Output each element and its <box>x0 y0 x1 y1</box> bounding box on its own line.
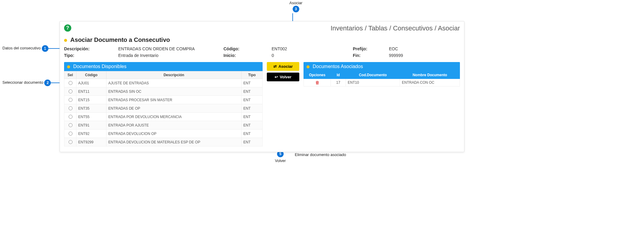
associated-th-cod: Cod.Documento <box>346 71 400 79</box>
fin-label: Fin: <box>353 53 389 58</box>
available-header: Documentos Disponibles <box>64 62 263 71</box>
asociar-button[interactable]: ⇄ Asociar <box>267 62 299 71</box>
table-row: AJU01AJUSTE DE ENTRADASENT <box>64 79 263 87</box>
row-descripcion: ENTRADAS DE OP <box>106 104 242 113</box>
select-radio[interactable] <box>69 81 72 85</box>
descripcion-label: Descripción: <box>64 46 118 51</box>
page-title-text: Asociar Documento a Consecutivo <box>70 36 170 43</box>
annotation-3-marker: 3 <box>293 6 299 12</box>
associated-th-id: Id <box>331 71 346 79</box>
select-radio[interactable] <box>69 140 72 144</box>
row-descripcion: AJUSTE DE ENTRADAS <box>106 79 242 87</box>
table-row: ENT92ENTRADA DEVOLUCION OPENT <box>64 130 263 138</box>
associated-title: Documentos Asociados <box>313 64 363 69</box>
volver-button[interactable]: ↩ Volver <box>267 73 299 81</box>
associated-header: Documentos Asociados <box>304 62 460 71</box>
available-table: Sel Código Descripción Tipo AJU01AJUSTE … <box>64 71 263 146</box>
available-title: Documentos Disponibles <box>73 64 126 69</box>
row-descripcion: ENTRADA DEVOLUCION DE MATERIALES ESP DE … <box>106 138 242 146</box>
row-cod: ENT10 <box>346 79 400 86</box>
consecutivo-details: Descripción: ENTRADAS CON ORDEN DE COMPR… <box>64 46 460 58</box>
select-radio[interactable] <box>69 132 72 136</box>
tipo-label: Tipo: <box>64 53 118 58</box>
help-icon[interactable]: ? <box>64 24 71 32</box>
table-row: ENT91ENTRADA POR AJUSTEENT <box>64 121 263 130</box>
annotation-2: Seleccionar documento 2 <box>2 80 51 86</box>
select-radio[interactable] <box>69 123 72 127</box>
asociar-button-label: Asociar <box>279 64 293 69</box>
row-descripcion: ENTRADA POR AJUSTE <box>106 121 242 130</box>
available-bullet-icon <box>67 65 70 68</box>
page-title: Asociar Documento a Consecutivo <box>64 36 460 43</box>
trash-icon[interactable]: 🗑 <box>315 80 319 85</box>
row-tipo: ENT <box>242 121 263 130</box>
table-row: ENT9299ENTRADA DEVOLUCION DE MATERIALES … <box>64 138 263 146</box>
row-codigo: ENT9299 <box>76 138 106 146</box>
row-codigo: ENT11 <box>76 87 106 96</box>
annotation-3: Asociar 3 <box>289 1 302 12</box>
inicio-value: 0 <box>272 53 353 58</box>
breadcrumb: Inventarios / Tablas / Consecutivos / As… <box>331 24 460 32</box>
annotation-1: Datos del consecutivo 1 <box>2 45 48 52</box>
available-th-codigo: Código <box>76 71 106 79</box>
row-codigo: ENT35 <box>76 104 106 113</box>
action-buttons: ⇄ Asociar ↩ Volver <box>267 62 299 81</box>
row-nombre: ENTRADA CON OC <box>400 79 460 86</box>
row-tipo: ENT <box>242 104 263 113</box>
table-row: ENT35ENTRADAS DE OPENT <box>64 104 263 113</box>
annotation-4-text: Eliminar documento asociado <box>295 152 346 157</box>
table-row: ENT15ENTRADAS PROCESAR SIN MASTERENT <box>64 96 263 104</box>
swap-icon: ⇄ <box>273 64 277 69</box>
annotation-1-text: Datos del consecutivo <box>2 46 41 50</box>
volver-button-label: Volver <box>280 75 291 79</box>
row-codigo: ENT92 <box>76 130 106 138</box>
table-row: ENT11ENTRADAS SIN OCENT <box>64 87 263 96</box>
row-descripcion: ENTRADAS PROCESAR SIN MASTER <box>106 96 242 104</box>
row-tipo: ENT <box>242 96 263 104</box>
row-codigo: ENT91 <box>76 121 106 130</box>
annotation-5-text: Volver <box>275 158 286 163</box>
row-descripcion: ENTRADAS SIN OC <box>106 87 242 96</box>
associated-th-opciones: Opciones <box>304 71 331 79</box>
annotation-2-text: Seleccionar documento <box>2 80 43 85</box>
associated-th-nombre: Nombre Documento <box>400 71 460 79</box>
table-row: 🗑17ENT10ENTRADA CON OC <box>304 79 460 86</box>
select-radio[interactable] <box>69 106 72 110</box>
row-codigo: ENT15 <box>76 96 106 104</box>
back-arrow-icon: ↩ <box>275 75 278 79</box>
prefijo-label: Prefijo: <box>353 46 389 51</box>
available-th-tipo: Tipo <box>242 71 263 79</box>
row-tipo: ENT <box>242 130 263 138</box>
table-row: ENT55ENTRADA POR DEVOLUCION MERCANCIAENT <box>64 113 263 121</box>
associated-table: Opciones Id Cod.Documento Nombre Documen… <box>304 71 460 86</box>
main-panel: ? Inventarios / Tablas / Consecutivos / … <box>60 21 464 152</box>
row-tipo: ENT <box>242 87 263 96</box>
title-bullet-icon <box>64 39 67 42</box>
row-tipo: ENT <box>242 138 263 146</box>
select-radio[interactable] <box>69 89 72 93</box>
codigo-value: ENT002 <box>272 46 353 51</box>
fin-value: 999999 <box>389 53 437 58</box>
codigo-label: Código: <box>223 46 272 51</box>
row-tipo: ENT <box>242 113 263 121</box>
row-tipo: ENT <box>242 79 263 87</box>
associated-documents-panel: Documentos Asociados Opciones Id Cod.Doc… <box>304 62 460 86</box>
annotation-3-text: Asociar <box>289 1 302 5</box>
available-th-sel: Sel <box>64 71 76 79</box>
row-codigo: AJU01 <box>76 79 106 87</box>
select-radio[interactable] <box>69 115 72 119</box>
associated-bullet-icon <box>307 65 310 68</box>
annotation-5: 5 Volver <box>275 151 286 163</box>
row-id: 17 <box>331 79 346 86</box>
row-descripcion: ENTRADA POR DEVOLUCION MERCANCIA <box>106 113 242 121</box>
prefijo-value: EOC <box>389 46 437 51</box>
available-th-descripcion: Descripción <box>106 71 242 79</box>
select-radio[interactable] <box>69 98 72 102</box>
tipo-value: Entrada de Inventario <box>118 53 223 58</box>
row-descripcion: ENTRADA DEVOLUCION OP <box>106 130 242 138</box>
descripcion-value: ENTRADAS CON ORDEN DE COMPRA <box>118 46 223 51</box>
available-documents-panel: Documentos Disponibles Sel Código Descri… <box>64 62 263 146</box>
inicio-label: Inicio: <box>223 53 272 58</box>
row-codigo: ENT55 <box>76 113 106 121</box>
